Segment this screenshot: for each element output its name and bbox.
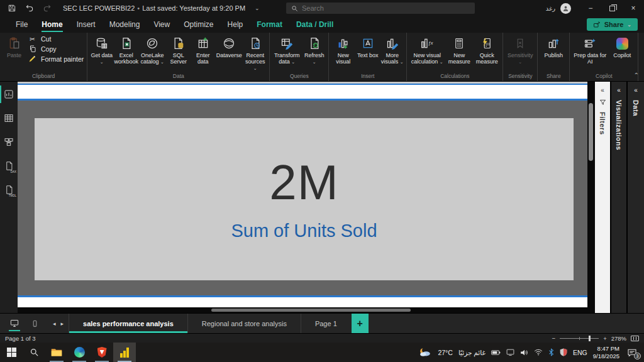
undo-icon[interactable]: [24, 3, 35, 14]
share-button[interactable]: Share⌄: [587, 18, 638, 31]
folder-icon: [51, 348, 62, 357]
collapse-ribbon-icon[interactable]: ⌃: [634, 72, 639, 79]
security-shield-icon[interactable]: [560, 348, 567, 356]
menu-format[interactable]: Format: [250, 17, 289, 33]
horizontal-scrollbar-thumb[interactable]: [211, 309, 411, 312]
dataverse-button[interactable]: Dataverse: [215, 33, 243, 72]
speaker-icon[interactable]: [520, 349, 528, 356]
table-view-button[interactable]: [0, 111, 18, 126]
wifi-icon[interactable]: [534, 349, 543, 356]
publish-button[interactable]: Publish: [540, 33, 567, 72]
avatar[interactable]: [560, 3, 571, 14]
excel-workbook-button[interactable]: Excel workbook: [114, 33, 138, 72]
new-measure-button[interactable]: New measure: [445, 33, 473, 72]
copilot-button[interactable]: Copilot: [608, 33, 636, 72]
dax-query-view-button[interactable]: DAX: [0, 158, 18, 173]
new-visual-button[interactable]: New visual: [331, 33, 355, 72]
menu-help[interactable]: Help: [221, 17, 250, 33]
refresh-button[interactable]: Refresh ⌄: [302, 33, 326, 72]
quick-measure-button[interactable]: Quick measure: [473, 33, 501, 72]
notification-center-button[interactable]: 3: [625, 347, 639, 358]
bluetooth-icon[interactable]: [548, 348, 554, 356]
zoom-slider[interactable]: [560, 338, 599, 339]
zoom-in-button[interactable]: +: [603, 335, 607, 342]
file-explorer-button[interactable]: [45, 343, 68, 362]
zoom-slider-thumb[interactable]: [589, 336, 591, 341]
copy-button[interactable]: Copy: [28, 45, 84, 53]
cast-icon[interactable]: [506, 349, 514, 356]
minimize-button[interactable]: −: [580, 0, 601, 16]
search-box[interactable]: [286, 3, 475, 14]
desktop-layout-button[interactable]: [8, 314, 21, 333]
close-button[interactable]: ×: [623, 0, 644, 16]
save-icon[interactable]: [6, 3, 18, 14]
report-page[interactable]: 2M Sum of Units Sold: [18, 101, 587, 295]
card-visual[interactable]: 2M Sum of Units Sold: [35, 118, 574, 280]
visualizations-panel-collapsed[interactable]: « Visualizations: [611, 82, 626, 313]
brave-browser-button[interactable]: [91, 343, 113, 362]
report-view-button[interactable]: [0, 87, 18, 102]
title-chevron-icon[interactable]: ⌄: [255, 5, 260, 11]
transform-data-button[interactable]: Transform data ⌄: [272, 33, 302, 72]
powerbi-icon: [120, 348, 129, 358]
enter-data-button[interactable]: Enter data: [191, 33, 215, 72]
text-box-button[interactable]: Text box: [355, 33, 380, 72]
page-tab-page1[interactable]: Page 1: [301, 314, 351, 333]
clipped-visual-bottom[interactable]: [18, 295, 587, 307]
zoom-level[interactable]: 278%: [611, 335, 626, 342]
sql-server-button[interactable]: SQL Server: [166, 33, 191, 72]
horizontal-scrollbar[interactable]: [18, 307, 587, 313]
data-panel-collapsed[interactable]: « Data: [628, 82, 644, 313]
restore-button[interactable]: [601, 0, 623, 16]
weather-condition[interactable]: غائم جزئيًا: [458, 349, 486, 356]
expand-data-icon[interactable]: «: [634, 87, 638, 94]
weather-icon[interactable]: [418, 347, 432, 358]
menu-file[interactable]: File: [9, 17, 35, 33]
onelake-catalog-button[interactable]: OneLake catalog ⌄: [138, 33, 166, 72]
page-tab-regional-store[interactable]: Regional and store analysis: [187, 314, 301, 333]
new-visual-calculation-button[interactable]: ƒx New visual calculation ⌄: [409, 33, 445, 72]
taskbar-search-button[interactable]: [23, 343, 45, 362]
format-painter-button[interactable]: Format painter: [28, 55, 84, 63]
vertical-scrollbar-thumb[interactable]: [589, 103, 593, 161]
battery-icon[interactable]: [491, 349, 501, 356]
search-input[interactable]: [302, 4, 470, 12]
menu-modeling[interactable]: Modeling: [103, 17, 147, 33]
filters-panel-collapsed[interactable]: « Filters: [595, 82, 610, 313]
new-page-button[interactable]: +: [352, 314, 369, 333]
menu-home[interactable]: Home: [35, 17, 69, 33]
menu-insert[interactable]: Insert: [70, 17, 103, 33]
powerbi-app-button[interactable]: [113, 343, 136, 362]
menu-view[interactable]: View: [147, 17, 177, 33]
next-page-arrow[interactable]: ▸: [61, 321, 64, 327]
page-tab-sales-performance[interactable]: sales performance analysis: [69, 314, 187, 333]
clock[interactable]: 8:47 PM 9/18/2025: [593, 345, 619, 360]
fit-to-page-icon[interactable]: [631, 336, 639, 341]
language-indicator[interactable]: ENG: [573, 349, 587, 356]
zoom-out-button[interactable]: −: [552, 335, 556, 342]
menu-optimize[interactable]: Optimize: [177, 17, 220, 33]
sensitivity-button[interactable]: Sensitivity ⌄: [505, 33, 535, 72]
sensitivity-caption: Sensitivity: [505, 72, 535, 81]
recent-sources-button[interactable]: Recent sources ⌄: [243, 33, 267, 72]
cut-button[interactable]: ✂ Cut: [28, 35, 84, 43]
clipped-visual-top[interactable]: [18, 84, 587, 101]
redo-icon[interactable]: [42, 3, 53, 14]
menu-data-drill[interactable]: Data / Drill: [289, 17, 340, 33]
vertical-scrollbar[interactable]: [587, 82, 595, 313]
model-view-button[interactable]: [0, 134, 18, 150]
expand-filters-icon[interactable]: «: [601, 87, 604, 94]
previous-page-arrow[interactable]: ◂: [53, 321, 56, 327]
temperature[interactable]: 27°C: [438, 349, 452, 356]
expand-visualizations-icon[interactable]: «: [617, 87, 621, 94]
edge-browser-button[interactable]: [68, 343, 91, 362]
report-canvas[interactable]: 2M Sum of Units Sold: [18, 82, 587, 313]
prep-data-for-ai-button[interactable]: Prep data for AI: [572, 33, 608, 72]
start-button[interactable]: [0, 343, 23, 362]
paste-button[interactable]: Paste: [2, 33, 26, 72]
mobile-layout-button[interactable]: [28, 314, 42, 333]
calculator-icon: [453, 36, 465, 51]
get-data-button[interactable]: Get data ⌄: [89, 33, 114, 72]
tmdl-view-button[interactable]: TMDL: [0, 182, 18, 197]
more-visuals-button[interactable]: More visuals ⌄: [380, 33, 404, 72]
